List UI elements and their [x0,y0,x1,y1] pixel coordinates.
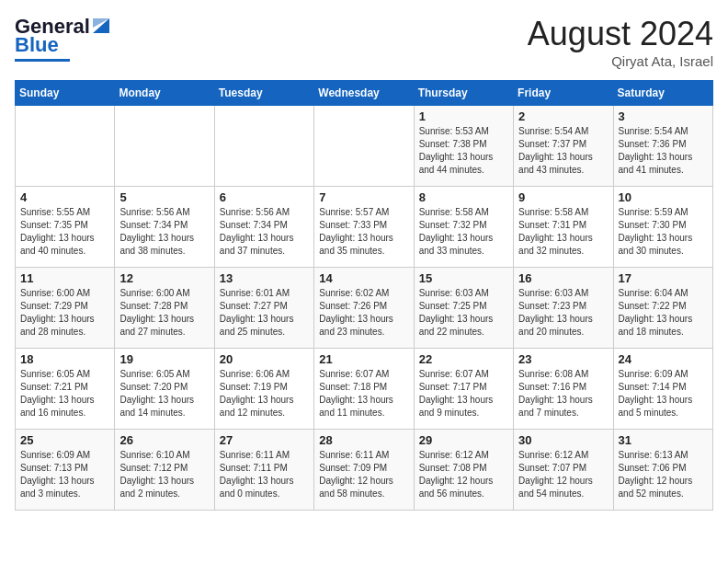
day-info: Sunrise: 5:54 AM Sunset: 7:36 PM Dayligh… [619,125,708,177]
day-number: 14 [319,271,408,285]
calendar-cell: 13Sunrise: 6:01 AM Sunset: 7:27 PM Dayli… [214,268,313,349]
day-info: Sunrise: 6:09 AM Sunset: 7:13 PM Dayligh… [20,449,109,500]
calendar-cell: 15Sunrise: 6:03 AM Sunset: 7:25 PM Dayli… [414,268,513,349]
day-info: Sunrise: 6:03 AM Sunset: 7:25 PM Dayligh… [419,287,508,339]
day-info: Sunrise: 5:56 AM Sunset: 7:34 PM Dayligh… [119,206,209,258]
title-block: August 2024 Qiryat Ata, Israel [528,15,713,69]
calendar-cell: 3Sunrise: 5:54 AM Sunset: 7:36 PM Daylig… [613,106,712,187]
day-info: Sunrise: 6:09 AM Sunset: 7:14 PM Dayligh… [619,368,708,419]
day-number: 26 [119,433,209,447]
day-info: Sunrise: 6:05 AM Sunset: 7:21 PM Dayligh… [20,368,109,419]
calendar-cell: 22Sunrise: 6:07 AM Sunset: 7:17 PM Dayli… [414,349,513,430]
location-subtitle: Qiryat Ata, Israel [528,53,713,69]
day-info: Sunrise: 6:07 AM Sunset: 7:17 PM Dayligh… [419,368,508,419]
day-info: Sunrise: 5:57 AM Sunset: 7:33 PM Dayligh… [319,206,408,258]
calendar-cell: 4Sunrise: 5:55 AM Sunset: 7:35 PM Daylig… [16,187,115,268]
calendar-cell: 25Sunrise: 6:09 AM Sunset: 7:13 PM Dayli… [16,430,115,511]
day-number: 10 [619,190,708,204]
calendar-header: SundayMondayTuesdayWednesdayThursdayFrid… [16,81,713,106]
calendar-cell [115,106,214,187]
day-info: Sunrise: 6:11 AM Sunset: 7:11 PM Dayligh… [220,449,309,500]
calendar-cell: 19Sunrise: 6:05 AM Sunset: 7:20 PM Dayli… [115,349,214,430]
day-info: Sunrise: 6:04 AM Sunset: 7:22 PM Dayligh… [619,287,708,339]
day-number: 24 [619,352,708,366]
calendar-cell: 8Sunrise: 5:58 AM Sunset: 7:32 PM Daylig… [414,187,513,268]
day-header-tuesday: Tuesday [214,81,313,106]
calendar-cell: 2Sunrise: 5:54 AM Sunset: 7:37 PM Daylig… [514,106,613,187]
calendar-cell: 24Sunrise: 6:09 AM Sunset: 7:14 PM Dayli… [613,349,712,430]
month-year-title: August 2024 [528,15,713,53]
day-info: Sunrise: 6:13 AM Sunset: 7:06 PM Dayligh… [619,449,708,500]
day-info: Sunrise: 6:12 AM Sunset: 7:08 PM Dayligh… [419,449,508,500]
calendar-cell: 31Sunrise: 6:13 AM Sunset: 7:06 PM Dayli… [613,430,712,511]
calendar-week-row: 11Sunrise: 6:00 AM Sunset: 7:29 PM Dayli… [16,268,713,349]
day-number: 19 [119,352,209,366]
day-info: Sunrise: 6:08 AM Sunset: 7:16 PM Dayligh… [518,368,608,419]
calendar-cell: 14Sunrise: 6:02 AM Sunset: 7:26 PM Dayli… [314,268,414,349]
day-number: 13 [220,271,309,285]
calendar-week-row: 1Sunrise: 5:53 AM Sunset: 7:38 PM Daylig… [16,106,713,187]
day-header-thursday: Thursday [414,81,513,106]
day-header-sunday: Sunday [16,81,115,106]
calendar-cell: 18Sunrise: 6:05 AM Sunset: 7:21 PM Dayli… [16,349,115,430]
day-number: 31 [619,433,708,447]
day-info: Sunrise: 6:05 AM Sunset: 7:20 PM Dayligh… [119,368,209,419]
calendar-cell: 29Sunrise: 6:12 AM Sunset: 7:08 PM Dayli… [414,430,513,511]
day-info: Sunrise: 6:10 AM Sunset: 7:12 PM Dayligh… [119,449,209,500]
calendar-cell: 11Sunrise: 6:00 AM Sunset: 7:29 PM Dayli… [16,268,115,349]
day-info: Sunrise: 6:00 AM Sunset: 7:29 PM Dayligh… [20,287,109,339]
day-number: 17 [619,271,708,285]
day-header-friday: Friday [514,81,613,106]
day-number: 11 [20,271,109,285]
day-number: 29 [419,433,508,447]
calendar-cell: 5Sunrise: 5:56 AM Sunset: 7:34 PM Daylig… [115,187,214,268]
day-info: Sunrise: 6:12 AM Sunset: 7:07 PM Dayligh… [518,449,608,500]
day-info: Sunrise: 6:01 AM Sunset: 7:27 PM Dayligh… [220,287,309,339]
calendar-cell: 6Sunrise: 5:56 AM Sunset: 7:34 PM Daylig… [214,187,313,268]
day-number: 27 [220,433,309,447]
day-number: 16 [518,271,608,285]
calendar-cell: 17Sunrise: 6:04 AM Sunset: 7:22 PM Dayli… [613,268,712,349]
day-number: 15 [419,271,508,285]
day-number: 4 [20,190,109,204]
calendar-cell: 12Sunrise: 6:00 AM Sunset: 7:28 PM Dayli… [115,268,214,349]
calendar-cell: 23Sunrise: 6:08 AM Sunset: 7:16 PM Dayli… [514,349,613,430]
day-info: Sunrise: 6:02 AM Sunset: 7:26 PM Dayligh… [319,287,408,339]
day-info: Sunrise: 5:54 AM Sunset: 7:37 PM Dayligh… [518,125,608,177]
day-number: 21 [319,352,408,366]
calendar-cell: 30Sunrise: 6:12 AM Sunset: 7:07 PM Dayli… [514,430,613,511]
day-number: 22 [419,352,508,366]
day-header-monday: Monday [115,81,214,106]
logo: General Blue [15,15,111,62]
day-number: 9 [518,190,608,204]
day-number: 30 [518,433,608,447]
day-number: 25 [20,433,109,447]
day-info: Sunrise: 6:07 AM Sunset: 7:18 PM Dayligh… [319,368,408,419]
calendar-cell: 10Sunrise: 5:59 AM Sunset: 7:30 PM Dayli… [613,187,712,268]
day-info: Sunrise: 6:00 AM Sunset: 7:28 PM Dayligh… [119,287,209,339]
calendar-cell: 7Sunrise: 5:57 AM Sunset: 7:33 PM Daylig… [314,187,414,268]
day-info: Sunrise: 6:06 AM Sunset: 7:19 PM Dayligh… [220,368,309,419]
calendar-cell: 16Sunrise: 6:03 AM Sunset: 7:23 PM Dayli… [514,268,613,349]
logo-underline [15,59,70,62]
logo-arrow-icon [91,15,111,35]
calendar-cell: 26Sunrise: 6:10 AM Sunset: 7:12 PM Dayli… [115,430,214,511]
day-number: 6 [220,190,309,204]
calendar-cell [314,106,414,187]
day-info: Sunrise: 5:53 AM Sunset: 7:38 PM Dayligh… [419,125,508,177]
calendar-cell: 20Sunrise: 6:06 AM Sunset: 7:19 PM Dayli… [214,349,313,430]
day-info: Sunrise: 5:56 AM Sunset: 7:34 PM Dayligh… [220,206,309,258]
day-number: 7 [319,190,408,204]
day-number: 23 [518,352,608,366]
day-info: Sunrise: 5:58 AM Sunset: 7:32 PM Dayligh… [419,206,508,258]
day-header-wednesday: Wednesday [314,81,414,106]
day-info: Sunrise: 5:55 AM Sunset: 7:35 PM Dayligh… [20,206,109,258]
calendar-cell: 21Sunrise: 6:07 AM Sunset: 7:18 PM Dayli… [314,349,414,430]
calendar-cell: 1Sunrise: 5:53 AM Sunset: 7:38 PM Daylig… [414,106,513,187]
calendar-cell: 28Sunrise: 6:11 AM Sunset: 7:09 PM Dayli… [314,430,414,511]
day-number: 28 [319,433,408,447]
calendar-week-row: 25Sunrise: 6:09 AM Sunset: 7:13 PM Dayli… [16,430,713,511]
calendar-cell: 9Sunrise: 5:58 AM Sunset: 7:31 PM Daylig… [514,187,613,268]
day-number: 2 [518,109,608,123]
day-info: Sunrise: 6:11 AM Sunset: 7:09 PM Dayligh… [319,449,408,500]
